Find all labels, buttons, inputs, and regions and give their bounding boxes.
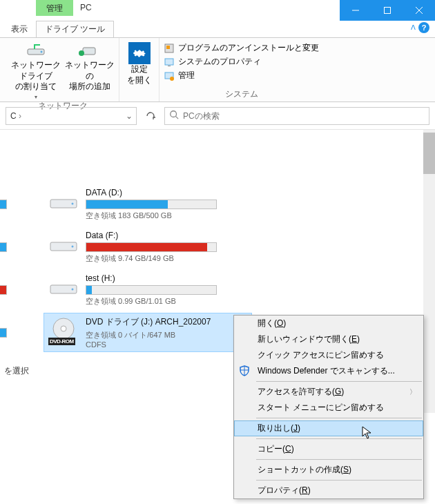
system-properties-label: システムのプロパティ <box>178 56 261 68</box>
address-bar: C › ⌄ <box>0 102 435 130</box>
svg-point-5 <box>41 51 43 53</box>
drive-j-fs: CDFS <box>86 340 247 349</box>
dvd-rom-badge: DVD-ROM <box>48 338 75 345</box>
cm-eject[interactable]: 取り出し(J) <box>234 420 423 436</box>
svg-rect-1 <box>385 8 391 14</box>
window-controls <box>340 0 435 21</box>
uninstall-programs-button[interactable]: プログラムのアンインストールと変更 <box>164 42 319 54</box>
contextual-tab-manage[interactable]: 管理 <box>36 0 73 16</box>
drive-e-sub: /4.37 GB <box>0 253 37 262</box>
maximize-button[interactable] <box>371 0 403 21</box>
drive-j-dvd[interactable]: DVD-ROM DVD ドライブ (J:) ARCH_202007 空き領域 0… <box>44 313 251 351</box>
cm-properties[interactable]: プロパティ(R) <box>234 483 423 498</box>
svg-point-14 <box>171 111 177 117</box>
cm-open-new-window[interactable]: 新しいウィンドウで開く(E) <box>234 331 423 347</box>
minimize-button[interactable] <box>340 0 371 21</box>
svg-point-21 <box>72 289 74 291</box>
cm-pin-start[interactable]: スタート メニューにピン留めする <box>234 400 423 416</box>
uninstall-icon <box>164 43 175 54</box>
drive-c[interactable]: /222 GB <box>0 185 41 224</box>
window-title: PC <box>73 0 99 21</box>
svg-rect-6 <box>83 48 95 55</box>
settings-gear-icon <box>128 42 151 64</box>
submenu-arrow-icon: 〉 <box>409 387 416 397</box>
drive-h-sub: 空き領域 0.99 GB/1.01 GB <box>86 296 247 307</box>
close-button[interactable] <box>403 0 435 21</box>
cm-separator <box>256 418 422 418</box>
system-properties-button[interactable]: システムのプロパティ <box>164 56 319 68</box>
ribbon-collapse-icon[interactable]: ᐱ <box>411 23 416 31</box>
search-input[interactable] <box>183 111 425 121</box>
drive-d-sub: 空き領域 183 GB/500 GB <box>86 211 247 221</box>
drive-i-sub: /64.1 GB <box>0 339 37 347</box>
open-settings-button[interactable]: 設定 を開く <box>124 39 155 86</box>
help-icon[interactable]: ? <box>418 22 429 33</box>
svg-point-23 <box>61 326 66 331</box>
svg-point-19 <box>72 246 74 248</box>
defender-shield-icon <box>238 365 251 377</box>
dropdown-icon: ▾ <box>35 94 37 100</box>
drive-d-name: DATA (D:) <box>86 188 247 197</box>
map-network-drive-button[interactable]: ネットワーク ドライブ の割り当て ▾ <box>11 39 61 100</box>
drive-left3-sub: / 149 GB <box>0 296 37 304</box>
title-bar: 管理 PC <box>0 0 435 21</box>
cm-create-shortcut[interactable]: ショートカットの作成(S) <box>234 462 423 478</box>
manage-icon <box>164 70 175 81</box>
ribbon-tab-drive-tools[interactable]: ドライブ ツール <box>36 21 114 37</box>
ribbon-group-network: ネットワーク ドライブ の割り当て ▾ ネットワークの 場所の追加 ネットワーク <box>7 38 119 101</box>
refresh-button[interactable] <box>141 107 160 125</box>
ribbon-group-system: プログラムのアンインストールと変更 システムのプロパティ 管理 システム <box>160 38 323 101</box>
hdd-icon <box>48 231 79 258</box>
svg-rect-9 <box>166 46 170 49</box>
svg-point-7 <box>79 50 84 56</box>
scrollbar-thumb[interactable] <box>423 133 435 174</box>
svg-rect-10 <box>165 59 173 65</box>
add-network-location-button[interactable]: ネットワークの 場所の追加 <box>65 39 115 93</box>
ribbon-tabs: 表示 ドライブ ツール ᐱ ? <box>0 21 435 37</box>
cm-open[interactable]: 開く(O) <box>234 316 423 331</box>
drive-h[interactable]: test (H:) 空き領域 0.99 GB/1.01 GB <box>44 271 251 309</box>
cm-separator <box>256 459 422 460</box>
address-path: C › <box>6 111 122 121</box>
cm-grant-access[interactable]: アクセスを許可する(G) 〉 <box>234 384 423 400</box>
map-drive-label: ネットワーク ドライブ の割り当て <box>11 60 61 93</box>
drive-left3[interactable]: / 149 GB <box>0 271 41 309</box>
ribbon: ネットワーク ドライブ の割り当て ▾ ネットワークの 場所の追加 ネットワーク… <box>0 37 435 102</box>
drive-i[interactable]: /64.1 GB <box>0 313 41 351</box>
cm-pin-quick-access[interactable]: クイック アクセスにピン留めする <box>234 347 423 363</box>
ribbon-group-settings-label <box>124 100 155 101</box>
drive-j-sub: 空き領域 0 バイト/647 MB <box>86 330 247 340</box>
drive-d[interactable]: DATA (D:) 空き領域 183 GB/500 GB <box>44 185 251 224</box>
drive-h-name: test (H:) <box>86 273 247 283</box>
drive-e-name: E:) <box>0 231 37 240</box>
svg-rect-11 <box>168 66 171 66</box>
cm-copy[interactable]: コピー(C) <box>234 441 423 457</box>
hdd-icon <box>48 188 79 215</box>
network-location-icon <box>79 42 101 59</box>
drive-e[interactable]: E:) /4.37 GB <box>0 228 41 266</box>
cm-separator <box>256 438 422 439</box>
scrollbar[interactable] <box>423 130 435 413</box>
manage-label: 管理 <box>178 70 195 81</box>
manage-button[interactable]: 管理 <box>164 70 319 81</box>
system-properties-icon <box>164 57 175 68</box>
cm-separator <box>256 381 422 382</box>
open-settings-label: 設定 を開く <box>127 64 152 86</box>
drive-f-sub: 空き領域 9.74 GB/149 GB <box>86 253 247 264</box>
dvd-icon: DVD-ROM <box>48 316 79 344</box>
add-location-label: ネットワークの 場所の追加 <box>65 60 115 93</box>
cm-defender-scan[interactable]: Windows Defender でスキャンする... <box>234 363 423 379</box>
svg-point-13 <box>170 77 174 81</box>
drive-j-name: DVD ドライブ (J:) ARCH_202007 <box>86 316 247 328</box>
title-contextual-tabs: 管理 <box>36 0 73 16</box>
drive-f[interactable]: Data (F:) 空き領域 9.74 GB/149 GB <box>44 228 251 266</box>
cm-separator <box>256 480 422 481</box>
address-dropdown-icon[interactable]: ⌄ <box>122 111 136 121</box>
ribbon-tab-view[interactable]: 表示 <box>3 21 36 37</box>
search-icon <box>169 110 179 122</box>
drive-f-name: Data (F:) <box>86 231 247 240</box>
ribbon-group-system-label: システム <box>164 88 319 101</box>
address-field[interactable]: C › ⌄ <box>6 107 137 125</box>
ribbon-group-settings: 設定 を開く <box>119 38 160 101</box>
search-box[interactable] <box>164 107 429 125</box>
